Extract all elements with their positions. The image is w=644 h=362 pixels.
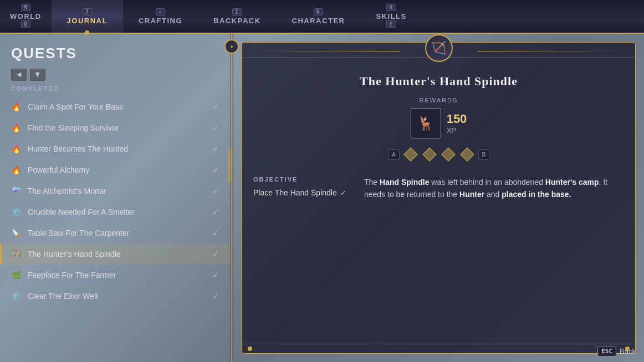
key-hint-backpack: I [232,8,242,15]
quest-name-7: Table Saw For The Carpenter [28,229,208,237]
nav-item-character[interactable]: N CHARACTER [277,0,361,33]
xp-amount: 150 [447,112,467,126]
desc-hand-spindle: Hand Spindle [380,178,429,187]
nav-item-skills[interactable]: H SKILLS E [360,0,422,33]
desc-placed: placed in the base. [502,190,571,199]
key-hint-journal: J [83,8,93,15]
objective-description: The Hand Spindle was left behind in an a… [364,176,624,335]
diamond-1 [403,147,417,161]
quest-name-8: The Hunter's Hand Spindle [28,250,208,258]
reward-item-icon: 🦌 [411,108,441,138]
quest-list-item-8[interactable]: 🏹The Hunter's Hand Spindle✓ [0,244,230,265]
quest-name-3: Hunter Becomes The Hunted [28,144,208,153]
key-a-box[interactable]: A [388,149,400,160]
key-b-box[interactable]: B [478,149,490,160]
quest-name-6: Crucible Needed For A Smelter [28,208,208,216]
key-hint-world-sub: Q [21,20,31,28]
quest-icon-5: ⚗️ [10,185,22,197]
objective-task-text: Place The Hand Spindle [253,188,337,197]
quest-list-item-6[interactable]: ⚙️Crucible Needed For A Smelter✓ [0,201,230,223]
esc-back-button[interactable]: ESC Back [597,346,636,356]
quest-list-item-10[interactable]: ⚙️Clear The Elixir Well✓ [0,286,230,307]
quest-icon-1: 🔥 [10,101,22,113]
diamond-btn-3[interactable] [441,147,456,162]
quest-list-item-2[interactable]: 🔥Find the Sleeping Survivor✓ [0,117,230,138]
quest-icon-3: 🔥 [10,143,22,155]
section-label: COMPLETED [0,85,230,96]
quest-icon-4: 🔥 [10,164,22,176]
quest-list-item-9[interactable]: 🌿Fireplace For The Farmer✓ [0,265,230,286]
quest-list-item-7[interactable]: 🪚Table Saw For The Carpenter✓ [0,223,230,244]
nav-bar: M WORLD Q J JOURNAL - CRAFTING I BACKPAC… [0,0,644,34]
list-controls: ◄ ▼ [0,69,230,85]
quest-detail-header: 🏹 [242,43,635,58]
quest-name-1: Claim A Spot For Your Base [28,102,208,111]
rewards-label: REWARDS [420,97,458,104]
quest-list-item-3[interactable]: 🔥Hunter Becomes The Hunted✓ [0,138,230,159]
nav-label-world: WORLD [10,12,42,20]
quest-list-item-4[interactable]: 🔥Powerful Alchemy✓ [0,159,230,180]
quest-check-10: ✓ [212,292,219,301]
nav-label-backpack: BACKPACK [213,17,260,25]
reward-xp: 150 XP [447,112,467,135]
corner-gem-left [248,347,252,351]
key-hint-skills-sub: E [386,20,396,28]
objective-left: OBJECTIVE Place The Hand Spindle ✓ [253,176,353,335]
quest-icon-7: 🪚 [10,227,22,239]
quest-check-7: ✓ [212,229,219,238]
quest-detail-icon: 🏹 [425,34,453,62]
diamond-2 [422,147,436,161]
quest-check-5: ✓ [212,187,219,196]
quest-detail-title: The Hunter's Hand Spindle [242,58,635,94]
bottom-bar [242,344,635,353]
nav-label-character: CHARACTER [292,17,345,25]
xp-label: XP [447,126,456,135]
objective-section: OBJECTIVE Place The Hand Spindle ✓ The H… [242,168,635,344]
header-line-left [253,51,400,51]
key-hint-world: M [21,4,31,11]
key-hint-character: N [314,8,324,15]
diamond-4 [460,147,474,161]
quest-check-2: ✓ [212,123,219,133]
diamond-btn-2[interactable] [422,147,437,162]
quest-check-6: ✓ [212,208,219,217]
quest-list-item-1[interactable]: 🔥Claim A Spot For Your Base✓ [0,96,230,117]
diamond-btn-1[interactable] [403,147,418,162]
quest-name-4: Powerful Alchemy [28,166,208,174]
diamond-3 [441,147,455,161]
quest-list-item-5[interactable]: ⚗️The Alchemist's Mortar✓ [0,180,230,201]
nav-item-journal[interactable]: J JOURNAL [52,0,123,33]
nav-label-journal: JOURNAL [67,17,108,25]
arrow-left-btn[interactable]: ◄ [11,69,27,81]
quest-check-3: ✓ [212,144,219,154]
objective-task: Place The Hand Spindle ✓ [253,188,353,197]
rewards-row: 🦌 150 XP [411,108,467,138]
right-panel: 🏹 The Hunter's Hand Spindle REWARDS 🦌 15… [233,34,644,362]
desc-hunter: Hunter [459,190,484,199]
quest-check-4: ✓ [212,166,219,175]
desc-hunters-camp: Hunter's camp [545,178,599,187]
nav-label-crafting: CRAFTING [139,17,182,25]
quest-name-10: Clear The Elixir Well [28,292,208,301]
arrow-down-btn[interactable]: ▼ [30,69,45,81]
diamond-btn-4[interactable] [459,147,475,162]
panel-divider: ✦ [230,34,233,362]
quest-icon-9: 🌿 [10,269,22,281]
quest-check-1: ✓ [212,102,219,112]
nav-item-backpack[interactable]: I BACKPACK [198,0,276,33]
compass-icon: ✦ [224,39,239,54]
objective-check-icon: ✓ [340,189,346,197]
objective-label: OBJECTIVE [253,176,353,183]
quest-list: 🔥Claim A Spot For Your Base✓🔥Find the Sl… [0,96,230,307]
key-hint-crafting: - [156,8,166,15]
quest-detail-box: 🏹 The Hunter's Hand Spindle REWARDS 🦌 15… [242,42,636,354]
quest-icon-6: ⚙️ [10,206,22,218]
esc-key: ESC [597,346,616,356]
quest-icon-2: 🔥 [10,122,22,134]
quest-name-9: Fireplace For The Farmer [28,271,208,280]
nav-item-world[interactable]: M WORLD Q [0,0,52,33]
quest-icon-10: ⚙️ [10,290,22,302]
nav-item-crafting[interactable]: - CRAFTING [123,0,198,33]
esc-label: Back [620,347,636,355]
quest-check-8: ✓ [212,250,219,259]
